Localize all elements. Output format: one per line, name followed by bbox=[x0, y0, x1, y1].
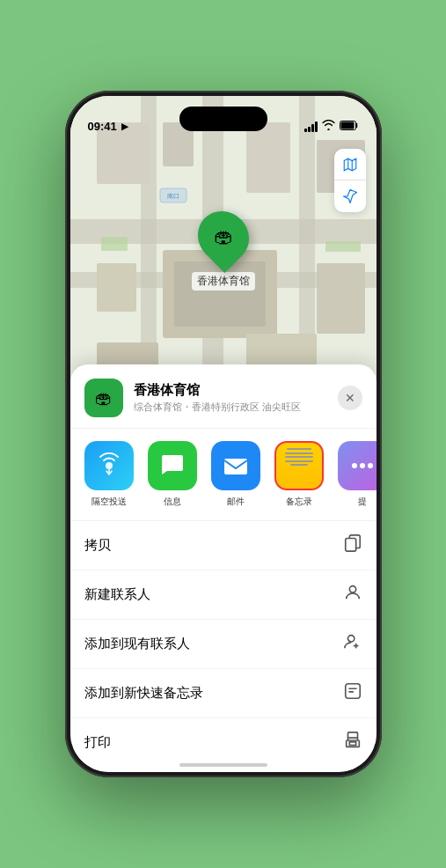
venue-subtitle: 综合体育馆・香港特别行政区 油尖旺区 bbox=[134, 401, 327, 414]
map-type-button[interactable] bbox=[334, 149, 366, 180]
airdrop-icon bbox=[84, 441, 134, 490]
status-time: 09:41 ▶ bbox=[88, 120, 128, 133]
wifi-icon bbox=[322, 120, 335, 133]
location-pin: 🏟 香港体育馆 bbox=[192, 210, 255, 291]
svg-rect-19 bbox=[325, 241, 361, 252]
more-label: 提 bbox=[358, 496, 367, 508]
menu-item-new-contact[interactable]: 新建联系人 bbox=[70, 570, 377, 620]
battery-icon bbox=[340, 121, 359, 132]
share-item-more[interactable]: 提 bbox=[334, 441, 377, 508]
dynamic-island bbox=[179, 107, 267, 131]
menu-item-add-contact[interactable]: 添加到现有联系人 bbox=[70, 620, 377, 669]
svg-point-27 bbox=[352, 463, 357, 468]
map-controls bbox=[334, 149, 366, 212]
add-contact-icon bbox=[343, 632, 362, 656]
svg-rect-41 bbox=[349, 742, 355, 746]
svg-point-28 bbox=[360, 463, 365, 468]
menu-item-copy-label: 拷贝 bbox=[84, 537, 111, 554]
svg-rect-36 bbox=[345, 684, 360, 699]
share-item-airdrop[interactable]: 隔空投送 bbox=[81, 441, 137, 508]
notes-icon bbox=[274, 441, 324, 490]
menu-item-copy[interactable]: 拷贝 bbox=[70, 521, 377, 570]
svg-rect-26 bbox=[224, 459, 247, 474]
share-item-messages[interactable]: 信息 bbox=[144, 441, 201, 508]
menu-item-quick-note-label: 添加到新快速备忘录 bbox=[84, 685, 203, 702]
menu-item-quick-note[interactable]: 添加到新快速备忘录 bbox=[70, 669, 377, 718]
new-contact-icon bbox=[343, 583, 362, 607]
venue-info: 香港体育馆 综合体育馆・香港特别行政区 油尖旺区 bbox=[134, 382, 327, 414]
quick-note-icon bbox=[343, 681, 362, 705]
messages-label: 信息 bbox=[164, 496, 181, 508]
menu-item-print[interactable]: 打印 bbox=[70, 718, 377, 767]
bottom-sheet: 🏟 香港体育馆 综合体育馆・香港特别行政区 油尖旺区 ✕ bbox=[70, 364, 377, 772]
home-indicator bbox=[179, 763, 267, 767]
menu-item-new-contact-label: 新建联系人 bbox=[84, 586, 150, 603]
menu-items: 拷贝 新建联系人 bbox=[70, 521, 377, 767]
venue-icon: 🏟 bbox=[84, 379, 123, 417]
messages-icon bbox=[148, 441, 197, 490]
print-icon bbox=[343, 731, 362, 754]
svg-rect-15 bbox=[317, 263, 365, 334]
svg-rect-1 bbox=[340, 122, 354, 129]
airdrop-label: 隔空投送 bbox=[91, 496, 127, 508]
venue-icon-symbol: 🏟 bbox=[214, 225, 233, 248]
share-actions-row: 隔空投送 信息 bbox=[70, 429, 377, 521]
status-icons bbox=[304, 120, 359, 133]
svg-rect-39 bbox=[347, 732, 357, 738]
mail-label: 邮件 bbox=[227, 496, 245, 508]
pin-icon: 🏟 bbox=[186, 201, 259, 273]
svg-point-24 bbox=[106, 462, 113, 469]
copy-icon bbox=[343, 533, 362, 557]
notes-label: 备忘录 bbox=[286, 496, 312, 508]
svg-text:南口: 南口 bbox=[167, 193, 179, 199]
close-button[interactable]: ✕ bbox=[338, 386, 362, 410]
share-item-notes[interactable]: 备忘录 bbox=[271, 441, 327, 508]
signal-icon bbox=[304, 121, 318, 132]
venue-name: 香港体育馆 bbox=[134, 382, 327, 399]
mail-icon bbox=[211, 441, 260, 490]
more-icon bbox=[338, 441, 377, 490]
pin-label: 香港体育馆 bbox=[192, 272, 255, 291]
svg-rect-14 bbox=[97, 263, 136, 312]
svg-rect-31 bbox=[345, 539, 355, 552]
sheet-header: 🏟 香港体育馆 综合体育馆・香港特别行政区 油尖旺区 ✕ bbox=[70, 364, 377, 429]
location-button[interactable] bbox=[334, 180, 366, 212]
menu-item-add-contact-label: 添加到现有联系人 bbox=[84, 636, 190, 652]
menu-item-print-label: 打印 bbox=[84, 734, 111, 751]
svg-rect-18 bbox=[101, 237, 128, 251]
phone-screen: 09:41 ▶ bbox=[70, 96, 377, 772]
svg-point-33 bbox=[347, 636, 354, 642]
svg-point-29 bbox=[368, 463, 373, 468]
svg-point-32 bbox=[349, 586, 355, 592]
share-item-mail[interactable]: 邮件 bbox=[208, 441, 264, 508]
location-indicator-icon: ▶ bbox=[121, 121, 128, 131]
phone-frame: 09:41 ▶ bbox=[65, 91, 382, 777]
